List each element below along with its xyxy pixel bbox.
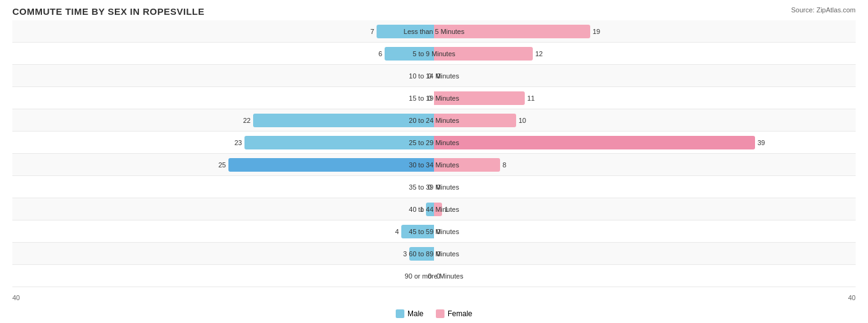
bar-row: 6125 to 9 Minutes: [12, 43, 856, 65]
female-value: 1: [444, 206, 448, 213]
female-value-zero: 0: [436, 272, 440, 280]
legend-male-label: Male: [407, 309, 424, 318]
right-section: 11: [434, 87, 856, 109]
male-value: 23: [235, 139, 242, 146]
source-label: Source: ZipAtlas.com: [791, 6, 856, 14]
left-section: 25: [12, 154, 434, 175]
bar-row: 221020 to 24 Minutes: [12, 109, 856, 132]
legend: Male Female: [12, 309, 856, 318]
chart-rows-wrapper: 719Less than 5 Minutes6125 to 9 Minutes0…: [12, 20, 856, 287]
right-section: 8: [434, 154, 856, 175]
female-value: 19: [593, 28, 600, 35]
male-bar: [401, 225, 434, 238]
female-value: 12: [535, 50, 543, 57]
male-value: 1: [420, 206, 424, 213]
male-bar: [244, 136, 434, 149]
left-section: 4: [12, 220, 434, 242]
axis-row: 40 40: [12, 288, 856, 307]
female-bar: [434, 47, 533, 61]
left-section: 22: [12, 109, 434, 131]
female-bar: [434, 114, 516, 127]
chart-title: COMMUTE TIME BY SEX IN ROPESVILLE: [12, 6, 856, 17]
right-section: 39: [434, 132, 856, 153]
female-value: 8: [503, 161, 506, 169]
bar-row: 4045 to 59 Minutes: [12, 220, 856, 243]
female-bar: [434, 25, 590, 38]
male-value: 3: [403, 250, 407, 258]
bar-row: 0035 to 39 Minutes: [12, 176, 856, 198]
legend-female-box: [436, 309, 444, 318]
right-section: 12: [434, 43, 856, 64]
left-section: 1: [12, 198, 434, 220]
legend-male: Male: [396, 309, 424, 318]
male-value: 22: [243, 117, 251, 124]
female-bar: [434, 203, 442, 216]
axis-right: 40: [434, 294, 856, 301]
bar-row: 25830 to 34 Minutes: [12, 154, 856, 176]
bar-row: 1140 to 44 Minutes: [12, 198, 856, 220]
female-value-zero: 0: [436, 183, 440, 191]
male-value-zero: 0: [428, 183, 432, 191]
female-value: 10: [519, 117, 526, 124]
male-bar: [409, 247, 434, 261]
bar-row: 233925 to 29 Minutes: [12, 132, 856, 154]
female-value-zero: 0: [436, 250, 440, 258]
female-bar: [434, 136, 755, 149]
right-section: 1: [434, 198, 856, 220]
legend-female-label: Female: [448, 309, 472, 318]
female-value-zero: 0: [436, 228, 440, 235]
right-section: 0: [434, 220, 856, 242]
male-value: 4: [395, 228, 399, 235]
bar-row: 01115 to 19 Minutes: [12, 87, 856, 109]
female-value: 39: [757, 139, 765, 146]
bar-row: 3060 to 89 Minutes: [12, 243, 856, 265]
male-bar: [228, 158, 434, 172]
bar-row: 0090 or more Minutes: [12, 265, 856, 287]
female-value: 11: [527, 94, 535, 102]
right-section: 0: [434, 243, 856, 264]
male-bar: [377, 25, 434, 38]
male-value-zero: 0: [428, 272, 432, 280]
left-section: 0: [12, 176, 434, 198]
chart-container: COMMUTE TIME BY SEX IN ROPESVILLE Source…: [0, 0, 868, 323]
bar-row: 719Less than 5 Minutes: [12, 20, 856, 43]
right-section: 0: [434, 65, 856, 86]
left-section: 23: [12, 132, 434, 153]
right-section: 0: [434, 265, 856, 287]
male-value: 25: [219, 161, 226, 169]
male-value-zero: 0: [428, 72, 432, 80]
male-value: 6: [378, 50, 382, 57]
left-section: 3: [12, 243, 434, 264]
male-value-zero: 0: [428, 94, 432, 102]
right-section: 0: [434, 176, 856, 198]
legend-male-box: [396, 309, 404, 318]
male-bar: [253, 114, 434, 127]
legend-female: Female: [436, 309, 472, 318]
male-bar: [385, 47, 434, 61]
left-section: 0: [12, 87, 434, 109]
left-section: 7: [12, 20, 434, 42]
bar-row: 0010 to 14 Minutes: [12, 65, 856, 87]
female-bar: [434, 158, 500, 172]
axis-left: 40: [12, 294, 434, 301]
right-section: 19: [434, 20, 856, 42]
left-section: 0: [12, 265, 434, 287]
left-section: 6: [12, 43, 434, 64]
female-bar: [434, 91, 525, 105]
right-section: 10: [434, 109, 856, 131]
female-value-zero: 0: [436, 72, 440, 80]
left-section: 0: [12, 65, 434, 86]
male-bar: [426, 203, 434, 216]
male-value: 7: [370, 28, 374, 35]
